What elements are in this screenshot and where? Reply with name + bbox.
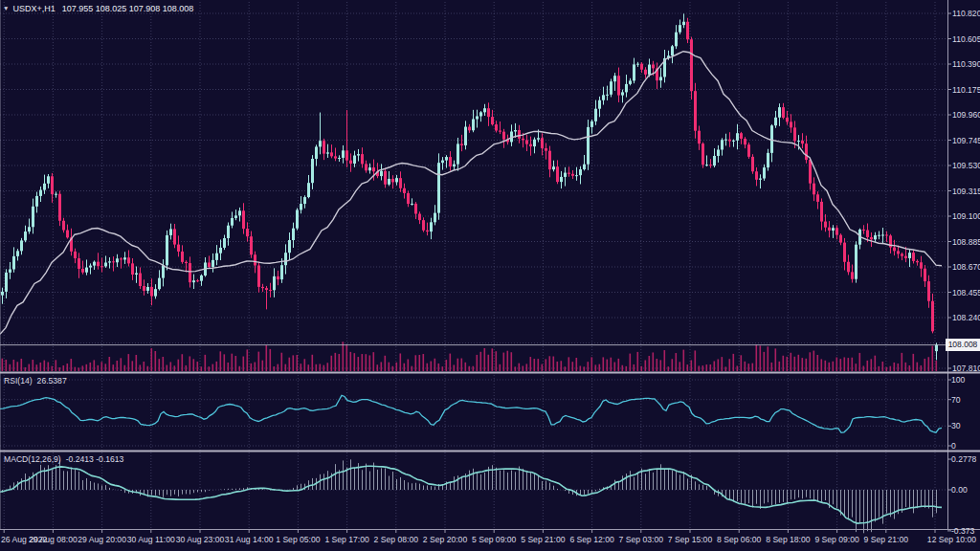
price-axis[interactable] bbox=[947, 0, 980, 529]
macd-name: MACD(12,26,9) bbox=[4, 454, 61, 464]
ohlc-quote-values: 107.955 108.025 107.908 108.008 bbox=[62, 4, 194, 13]
rsi-line bbox=[0, 395, 942, 432]
chart-title-bar: ▼USDX+,H1107.955 108.025 107.908 108.008 bbox=[3, 4, 193, 13]
candles-layer bbox=[1, 13, 938, 360]
rsi-name: RSI(14) bbox=[4, 376, 33, 386]
volume-bars bbox=[2, 342, 938, 371]
macd-values: -0.2413 -0.1613 bbox=[66, 454, 124, 464]
rsi-value: 26.5387 bbox=[37, 376, 67, 386]
panel-separators bbox=[0, 372, 980, 452]
collapse-triangle-icon: ▼ bbox=[3, 5, 9, 11]
ma-line bbox=[0, 52, 942, 335]
axis-labels: 110.820110.605110.390110.175109.960109.7… bbox=[1, 9, 980, 544]
time-axis[interactable] bbox=[0, 530, 980, 551]
chart-canvas[interactable]: 110.820110.605110.390110.175109.960109.7… bbox=[0, 0, 980, 551]
current-price-badge: 108.008 bbox=[946, 339, 980, 351]
macd-indicator-label: MACD(12,26,9)-0.2413 -0.1613 bbox=[4, 454, 123, 464]
chart-window[interactable]: 110.820110.605110.390110.175109.960109.7… bbox=[0, 0, 980, 551]
grid-layer bbox=[0, 2, 947, 529]
axes-layer bbox=[0, 0, 980, 533]
symbol-timeframe-label: USDX+,H1 bbox=[12, 4, 55, 13]
macd-histogram bbox=[3, 459, 937, 533]
rsi-indicator-label: RSI(14)26.5387 bbox=[4, 376, 67, 386]
macd-signal-line bbox=[0, 466, 942, 523]
